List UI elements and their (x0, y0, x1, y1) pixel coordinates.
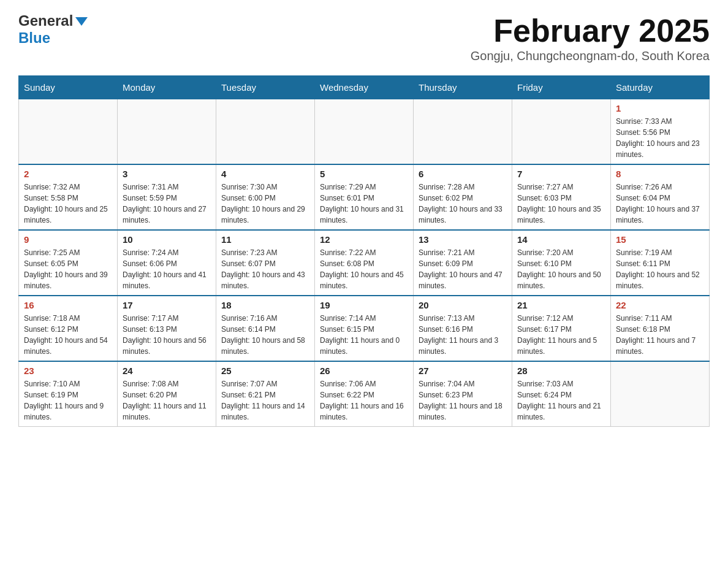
calendar-cell: 10Sunrise: 7:24 AMSunset: 6:06 PMDayligh… (118, 230, 216, 296)
calendar-cell: 4Sunrise: 7:30 AMSunset: 6:00 PMDaylight… (216, 164, 315, 230)
calendar-cell: 26Sunrise: 7:06 AMSunset: 6:22 PMDayligh… (315, 361, 414, 427)
calendar-week-row: 1Sunrise: 7:33 AMSunset: 5:56 PMDaylight… (19, 99, 710, 165)
day-number: 22 (616, 300, 704, 310)
calendar-cell (611, 361, 710, 427)
day-number: 28 (517, 366, 605, 376)
calendar-cell: 19Sunrise: 7:14 AMSunset: 6:15 PMDayligh… (315, 296, 414, 361)
day-sun-info: Sunrise: 7:03 AMSunset: 6:24 PMDaylight:… (517, 378, 605, 423)
day-number: 25 (221, 366, 309, 376)
logo-triangle-icon (75, 17, 88, 26)
day-sun-info: Sunrise: 7:25 AMSunset: 6:05 PMDaylight:… (24, 247, 112, 291)
day-number: 14 (517, 234, 605, 245)
month-title: February 2025 (471, 12, 710, 49)
day-number: 21 (517, 300, 605, 310)
calendar-cell: 21Sunrise: 7:12 AMSunset: 6:17 PMDayligh… (512, 296, 611, 361)
weekday-header-monday: Monday (118, 76, 216, 99)
day-sun-info: Sunrise: 7:20 AMSunset: 6:10 PMDaylight:… (517, 247, 605, 291)
day-number: 12 (320, 234, 408, 245)
calendar-cell: 17Sunrise: 7:17 AMSunset: 6:13 PMDayligh… (118, 296, 216, 361)
day-number: 27 (419, 366, 507, 376)
calendar-week-row: 16Sunrise: 7:18 AMSunset: 6:12 PMDayligh… (19, 296, 710, 361)
day-number: 16 (24, 300, 112, 310)
day-number: 5 (320, 169, 408, 179)
location-subtitle: Gongju, Chungcheongnam-do, South Korea (471, 49, 710, 63)
logo-blue-text: Blue (18, 29, 50, 46)
day-number: 9 (24, 234, 112, 245)
calendar-cell: 15Sunrise: 7:19 AMSunset: 6:11 PMDayligh… (611, 230, 710, 296)
day-sun-info: Sunrise: 7:17 AMSunset: 6:13 PMDaylight:… (123, 313, 211, 357)
day-number: 23 (24, 366, 112, 376)
weekday-header-tuesday: Tuesday (216, 76, 315, 99)
day-sun-info: Sunrise: 7:08 AMSunset: 6:20 PMDaylight:… (123, 378, 211, 423)
day-number: 3 (123, 169, 211, 179)
day-number: 20 (419, 300, 507, 310)
day-sun-info: Sunrise: 7:33 AMSunset: 5:56 PMDaylight:… (616, 116, 704, 160)
day-number: 15 (616, 234, 704, 245)
calendar-cell: 25Sunrise: 7:07 AMSunset: 6:21 PMDayligh… (216, 361, 315, 427)
calendar-cell: 28Sunrise: 7:03 AMSunset: 6:24 PMDayligh… (512, 361, 611, 427)
day-sun-info: Sunrise: 7:18 AMSunset: 6:12 PMDaylight:… (24, 313, 112, 357)
title-block: February 2025 Gongju, Chungcheongnam-do,… (471, 12, 710, 69)
day-sun-info: Sunrise: 7:23 AMSunset: 6:07 PMDaylight:… (221, 247, 309, 291)
logo-general-text: General (18, 12, 73, 29)
weekday-header-row: SundayMondayTuesdayWednesdayThursdayFrid… (19, 76, 710, 99)
day-sun-info: Sunrise: 7:28 AMSunset: 6:02 PMDaylight:… (419, 182, 507, 226)
day-sun-info: Sunrise: 7:27 AMSunset: 6:03 PMDaylight:… (517, 182, 605, 226)
day-sun-info: Sunrise: 7:06 AMSunset: 6:22 PMDaylight:… (320, 378, 408, 423)
day-sun-info: Sunrise: 7:16 AMSunset: 6:14 PMDaylight:… (221, 313, 309, 357)
calendar-cell: 12Sunrise: 7:22 AMSunset: 6:08 PMDayligh… (315, 230, 414, 296)
day-number: 10 (123, 234, 211, 245)
day-sun-info: Sunrise: 7:24 AMSunset: 6:06 PMDaylight:… (123, 247, 211, 291)
calendar-cell (512, 99, 611, 165)
day-sun-info: Sunrise: 7:12 AMSunset: 6:17 PMDaylight:… (517, 313, 605, 357)
weekday-header-wednesday: Wednesday (315, 76, 414, 99)
calendar-cell: 18Sunrise: 7:16 AMSunset: 6:14 PMDayligh… (216, 296, 315, 361)
calendar-cell: 7Sunrise: 7:27 AMSunset: 6:03 PMDaylight… (512, 164, 611, 230)
day-number: 4 (221, 169, 309, 179)
weekday-header-saturday: Saturday (611, 76, 710, 99)
day-sun-info: Sunrise: 7:22 AMSunset: 6:08 PMDaylight:… (320, 247, 408, 291)
day-number: 8 (616, 169, 704, 179)
calendar-week-row: 2Sunrise: 7:32 AMSunset: 5:58 PMDaylight… (19, 164, 710, 230)
day-sun-info: Sunrise: 7:07 AMSunset: 6:21 PMDaylight:… (221, 378, 309, 423)
day-number: 11 (221, 234, 309, 245)
day-number: 13 (419, 234, 507, 245)
calendar-cell (216, 99, 315, 165)
day-number: 1 (616, 103, 704, 113)
calendar-cell: 3Sunrise: 7:31 AMSunset: 5:59 PMDaylight… (118, 164, 216, 230)
calendar-cell: 22Sunrise: 7:11 AMSunset: 6:18 PMDayligh… (611, 296, 710, 361)
day-number: 6 (419, 169, 507, 179)
calendar-cell: 1Sunrise: 7:33 AMSunset: 5:56 PMDaylight… (611, 99, 710, 165)
day-sun-info: Sunrise: 7:32 AMSunset: 5:58 PMDaylight:… (24, 182, 112, 226)
day-sun-info: Sunrise: 7:14 AMSunset: 6:15 PMDaylight:… (320, 313, 408, 357)
day-sun-info: Sunrise: 7:19 AMSunset: 6:11 PMDaylight:… (616, 247, 704, 291)
day-number: 24 (123, 366, 211, 376)
logo: General Blue (18, 12, 88, 47)
calendar-cell (315, 99, 414, 165)
day-sun-info: Sunrise: 7:31 AMSunset: 5:59 PMDaylight:… (123, 182, 211, 226)
day-number: 26 (320, 366, 408, 376)
calendar-cell: 27Sunrise: 7:04 AMSunset: 6:23 PMDayligh… (414, 361, 512, 427)
calendar-cell (19, 99, 118, 165)
calendar-table: SundayMondayTuesdayWednesdayThursdayFrid… (18, 75, 710, 427)
day-sun-info: Sunrise: 7:30 AMSunset: 6:00 PMDaylight:… (221, 182, 309, 226)
day-number: 18 (221, 300, 309, 310)
day-sun-info: Sunrise: 7:11 AMSunset: 6:18 PMDaylight:… (616, 313, 704, 357)
calendar-cell: 11Sunrise: 7:23 AMSunset: 6:07 PMDayligh… (216, 230, 315, 296)
calendar-cell: 16Sunrise: 7:18 AMSunset: 6:12 PMDayligh… (19, 296, 118, 361)
calendar-cell: 2Sunrise: 7:32 AMSunset: 5:58 PMDaylight… (19, 164, 118, 230)
calendar-cell: 24Sunrise: 7:08 AMSunset: 6:20 PMDayligh… (118, 361, 216, 427)
calendar-cell: 9Sunrise: 7:25 AMSunset: 6:05 PMDaylight… (19, 230, 118, 296)
calendar-cell: 6Sunrise: 7:28 AMSunset: 6:02 PMDaylight… (414, 164, 512, 230)
day-sun-info: Sunrise: 7:13 AMSunset: 6:16 PMDaylight:… (419, 313, 507, 357)
weekday-header-sunday: Sunday (19, 76, 118, 99)
day-sun-info: Sunrise: 7:21 AMSunset: 6:09 PMDaylight:… (419, 247, 507, 291)
calendar-cell: 13Sunrise: 7:21 AMSunset: 6:09 PMDayligh… (414, 230, 512, 296)
day-sun-info: Sunrise: 7:10 AMSunset: 6:19 PMDaylight:… (24, 378, 112, 423)
calendar-cell: 5Sunrise: 7:29 AMSunset: 6:01 PMDaylight… (315, 164, 414, 230)
weekday-header-friday: Friday (512, 76, 611, 99)
calendar-cell (118, 99, 216, 165)
calendar-cell: 8Sunrise: 7:26 AMSunset: 6:04 PMDaylight… (611, 164, 710, 230)
day-number: 19 (320, 300, 408, 310)
day-number: 7 (517, 169, 605, 179)
